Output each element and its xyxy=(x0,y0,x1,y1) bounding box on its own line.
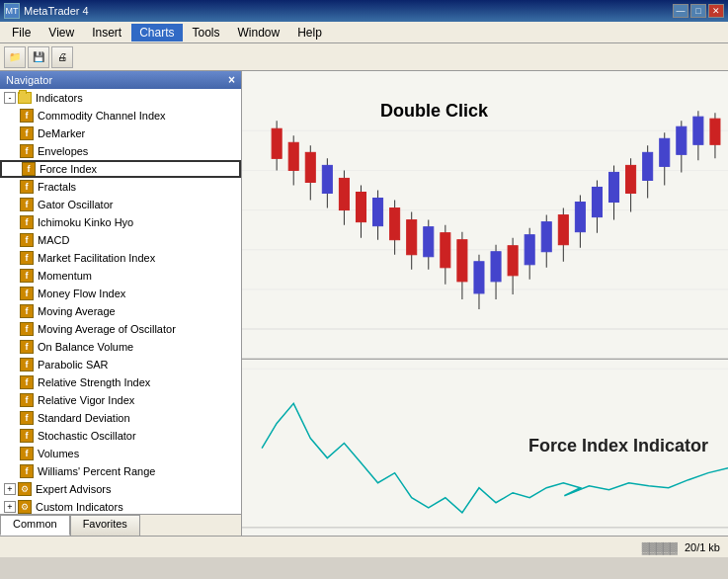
svg-rect-54 xyxy=(643,152,653,180)
navigator-header: Navigator × xyxy=(0,71,241,89)
svg-rect-0 xyxy=(242,71,728,536)
indicator-icon-mom: f xyxy=(20,269,34,283)
menu-file[interactable]: File xyxy=(4,24,39,41)
svg-rect-28 xyxy=(424,227,434,257)
svg-rect-56 xyxy=(660,138,670,166)
maximize-button[interactable]: □ xyxy=(690,4,706,18)
indicator-icon-mfi: f xyxy=(20,251,34,265)
menu-help[interactable]: Help xyxy=(289,24,330,41)
chart-area[interactable]: — □ ✕ Double Click xyxy=(242,71,728,536)
ci-expand[interactable]: + xyxy=(4,501,16,513)
list-item[interactable]: f Volumes xyxy=(0,445,241,462)
rvi-label: Relative Vigor Index xyxy=(38,394,134,406)
navigator-title: Navigator xyxy=(6,74,52,86)
menu-window[interactable]: Window xyxy=(230,24,288,41)
title-bar-left: MT MetaTrader 4 xyxy=(4,3,89,19)
list-item[interactable]: f DeMarker xyxy=(0,124,241,142)
minimize-button[interactable]: — xyxy=(673,4,688,18)
toolbar-btn-2[interactable]: 💾 xyxy=(28,46,49,68)
list-item[interactable]: f Gator Oscillator xyxy=(0,196,241,213)
navigator-content[interactable]: - Indicators f Commodity Channel Index f… xyxy=(0,89,241,514)
indicators-label: Indicators xyxy=(36,92,83,104)
list-item[interactable]: f Moving Average of Oscillator xyxy=(0,320,241,338)
list-item[interactable]: f Commodity Channel Index xyxy=(0,107,241,124)
indicator-icon-fi: f xyxy=(22,162,36,176)
svg-rect-38 xyxy=(508,246,518,276)
indicators-section[interactable]: - Indicators xyxy=(0,89,241,107)
volumes-label: Volumes xyxy=(38,448,79,459)
indicator-icon-maosci: f xyxy=(20,322,34,336)
list-item[interactable]: f Momentum xyxy=(0,267,241,285)
list-item[interactable]: f On Balance Volume xyxy=(0,338,241,356)
force-index-item[interactable]: f Force Index xyxy=(0,160,241,178)
status-bar: ▓▓▓▓▓ 20/1 kb xyxy=(0,536,728,557)
tab-common[interactable]: Common xyxy=(0,515,70,536)
expert-advisors-section[interactable]: + ⚙ Expert Advisors xyxy=(0,480,241,498)
cci-label: Commodity Channel Index xyxy=(38,110,166,122)
svg-rect-60 xyxy=(693,117,703,144)
indicator-icon-cci: f xyxy=(20,109,34,123)
list-item[interactable]: f Williams' Percent Range xyxy=(0,462,241,480)
list-item[interactable]: f Money Flow Index xyxy=(0,285,241,302)
demarker-label: DeMarker xyxy=(38,127,85,139)
toolbar-btn-3[interactable]: 🖨 xyxy=(51,46,73,68)
wpr-label: Williams' Percent Range xyxy=(38,465,155,477)
custom-indicators-section[interactable]: + ⚙ Custom Indicators xyxy=(0,498,241,514)
list-item[interactable]: f Relative Vigor Index xyxy=(0,391,241,409)
list-item[interactable]: f Parabolic SAR xyxy=(0,356,241,373)
list-item[interactable]: f Envelopes xyxy=(0,142,241,160)
scroll-indicator: ▓▓▓▓▓ xyxy=(642,541,677,553)
indicator-icon-vol: f xyxy=(20,447,34,460)
status-position: 20/1 kb xyxy=(685,541,720,553)
svg-rect-62 xyxy=(710,119,720,144)
navigator-panel: Navigator × - Indicators f Commodity Cha… xyxy=(0,71,242,536)
svg-rect-24 xyxy=(390,208,400,240)
indicator-icon-ichi: f xyxy=(20,215,34,229)
list-item[interactable]: f Stochastic Oscillator xyxy=(0,427,241,445)
svg-rect-18 xyxy=(339,178,349,209)
svg-rect-34 xyxy=(474,262,484,293)
indicator-icon-macd: f xyxy=(20,233,34,247)
list-item[interactable]: f Ichimoku Kinko Hyo xyxy=(0,213,241,231)
svg-rect-50 xyxy=(609,172,619,202)
title-controls[interactable]: — □ ✕ xyxy=(673,4,724,18)
toolbar-btn-1[interactable]: 📁 xyxy=(4,46,26,68)
tab-favorites[interactable]: Favorites xyxy=(70,515,140,536)
indicators-expand[interactable]: - xyxy=(4,92,16,104)
maosci-label: Moving Average of Oscillator xyxy=(38,323,176,335)
ma-label: Moving Average xyxy=(38,305,116,317)
ichimoku-label: Ichimoku Kinko Hyo xyxy=(38,216,133,228)
ea-icon: ⚙ xyxy=(18,482,32,496)
svg-rect-44 xyxy=(558,215,568,245)
svg-rect-20 xyxy=(356,192,365,221)
menu-insert[interactable]: Insert xyxy=(84,24,129,41)
psar-label: Parabolic SAR xyxy=(38,359,109,371)
rsi-label: Relative Strength Index xyxy=(38,376,150,388)
macd-label: MACD xyxy=(38,234,69,246)
menu-tools[interactable]: Tools xyxy=(185,24,228,41)
list-item[interactable]: f Moving Average xyxy=(0,302,241,320)
ci-label: Custom Indicators xyxy=(36,501,123,513)
navigator-close-btn[interactable]: × xyxy=(228,73,235,87)
list-item[interactable]: f Standard Deviation xyxy=(0,409,241,427)
list-item[interactable]: f Fractals xyxy=(0,178,241,196)
indicator-icon-gator: f xyxy=(20,198,34,211)
svg-rect-16 xyxy=(322,165,332,193)
svg-rect-10 xyxy=(272,128,282,158)
list-item[interactable]: f Relative Strength Index xyxy=(0,373,241,391)
svg-rect-22 xyxy=(373,199,383,226)
list-item[interactable]: f Market Facilitation Index xyxy=(0,249,241,267)
toolbar: 📁 💾 🖨 xyxy=(0,43,728,71)
app-title: MetaTrader 4 xyxy=(24,5,89,17)
menu-charts[interactable]: Charts xyxy=(131,24,182,41)
main-area: Navigator × - Indicators f Commodity Cha… xyxy=(0,71,728,536)
indicator-icon-std: f xyxy=(20,411,34,425)
double-click-label: Double Click xyxy=(380,101,488,122)
list-item[interactable]: f MACD xyxy=(0,231,241,249)
ea-expand[interactable]: + xyxy=(4,483,16,495)
menu-view[interactable]: View xyxy=(40,24,82,41)
chart-svg xyxy=(242,71,728,536)
ea-label: Expert Advisors xyxy=(36,483,111,495)
close-button[interactable]: ✕ xyxy=(708,4,724,18)
indicator-icon-frac: f xyxy=(20,180,34,194)
